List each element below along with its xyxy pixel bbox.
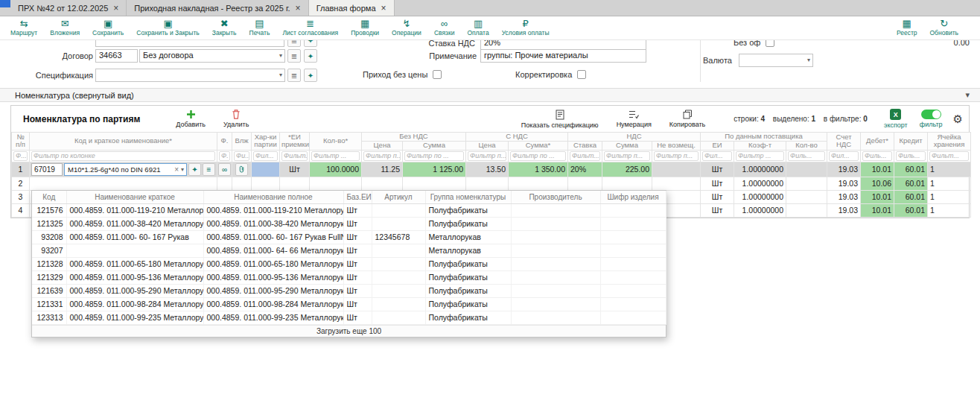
- cell-coef[interactable]: 1.00000000: [734, 190, 786, 203]
- cell-vat_acc[interactable]: 19.03: [827, 190, 861, 203]
- cell-price_vat[interactable]: [466, 177, 509, 190]
- dropdown-col-header-4[interactable]: Артикул: [372, 191, 425, 203]
- cell-sum_no_vat[interactable]: [403, 177, 466, 190]
- operations-button[interactable]: ↯Операции: [392, 18, 421, 37]
- filter-harki[interactable]: Фил...: [253, 151, 278, 161]
- filter-credit[interactable]: Филь...: [896, 151, 926, 161]
- doc-icon-button[interactable]: ≣: [287, 40, 301, 47]
- load-more-button[interactable]: Загрузить еще 100: [32, 325, 666, 337]
- cell-debit[interactable]: 10.01: [861, 203, 894, 217]
- registry-button[interactable]: ▦Реестр: [897, 18, 917, 37]
- col-header-cell[interactable]: Ячейка хранения: [928, 133, 971, 151]
- tab-0[interactable]: ПРХ №42 от 12.02.2025×: [10, 0, 127, 16]
- cell-vat_acc[interactable]: 19.03: [827, 177, 861, 190]
- spec-wand-button[interactable]: ✦: [304, 69, 317, 82]
- col-header-sum_no_vat[interactable]: Сумма: [403, 141, 466, 150]
- cell-num[interactable]: 1: [12, 162, 30, 177]
- cell-harki[interactable]: [252, 177, 280, 190]
- currency-select[interactable]: ▾: [739, 54, 813, 67]
- filter-vat_sum[interactable]: Фильтр п...: [604, 151, 650, 161]
- filter-name[interactable]: Фильтр по колонке: [31, 151, 215, 161]
- filter-vat_acc[interactable]: Фил...: [829, 151, 859, 161]
- contract-wand-button[interactable]: ✦: [304, 49, 317, 63]
- cell-sum_vat[interactable]: [509, 177, 568, 190]
- dropdown-col-header-2[interactable]: Наименование полное: [203, 191, 343, 203]
- cell-sup-ei[interactable]: Шт: [701, 162, 734, 177]
- tab-close-icon[interactable]: ×: [296, 4, 301, 13]
- cell-coef[interactable]: 1.00000000: [734, 177, 786, 190]
- batch-characteristics-cell[interactable]: [252, 162, 280, 177]
- cell-sup_qty[interactable]: [786, 177, 827, 190]
- col-header-num[interactable]: № п/п: [12, 133, 30, 151]
- save-close-button[interactable]: ▣Сохранить и Закрыть: [136, 18, 199, 37]
- item-code-input[interactable]: 67019: [31, 163, 63, 176]
- cell-credit[interactable]: 60.01: [894, 177, 928, 190]
- cell-sum-vat[interactable]: 1 350.00: [509, 162, 568, 177]
- col-header-qty[interactable]: Кол-во*: [310, 133, 362, 151]
- contract-select[interactable]: Без договора ▾: [139, 49, 285, 63]
- col-header-non_refund[interactable]: Не возмещ.: [652, 141, 701, 150]
- cell-credit[interactable]: 60.01: [894, 203, 928, 217]
- filter-sum_no_vat[interactable]: Фильтр по ...: [404, 151, 464, 161]
- cell-sum-no-vat[interactable]: 1 125.00: [403, 162, 466, 177]
- close-button[interactable]: ✖Закрыть: [212, 18, 237, 37]
- dropdown-col-header-6[interactable]: Производитель: [511, 191, 600, 203]
- cell-vlzh[interactable]: [232, 162, 252, 177]
- save-button[interactable]: ▣Сохранить: [92, 18, 124, 37]
- cell-credit[interactable]: 60.01: [894, 190, 928, 203]
- cell-vat-acc[interactable]: 19.03: [827, 162, 861, 177]
- wand-button[interactable]: ✦: [304, 40, 317, 47]
- filter-cell[interactable]: Фильт...: [929, 151, 969, 161]
- col-header-f[interactable]: Ф.: [217, 133, 232, 151]
- dropdown-row[interactable]: 123313000.4859. 011.000-99-235 Металлору…: [32, 311, 666, 324]
- col-header-sup_qty[interactable]: Кол-во: [786, 141, 827, 150]
- filter-sup_qty[interactable]: Филь...: [788, 151, 825, 161]
- dropdown-row[interactable]: 93207000.4859. 011.000- 64- 66 Металлору…: [32, 244, 666, 257]
- cell-f[interactable]: [217, 177, 232, 190]
- col-header-ei[interactable]: *ЕИ приемки: [280, 133, 310, 151]
- cell-vlzh[interactable]: [232, 177, 252, 190]
- cell-storage[interactable]: 1: [928, 162, 971, 177]
- cell-non_refund[interactable]: [652, 177, 701, 190]
- filter-toggle[interactable]: фильтр: [920, 110, 943, 128]
- cell-coef[interactable]: 1.00000000: [734, 203, 786, 217]
- cell-debit[interactable]: 10.01: [861, 162, 894, 177]
- contract-code-input[interactable]: 34663: [95, 49, 138, 63]
- no-price-checkbox[interactable]: [433, 70, 442, 79]
- grid-row[interactable]: 2Шт1.0000000019.0310.0660.011: [12, 177, 971, 190]
- print-button[interactable]: ▤Печать: [249, 18, 270, 37]
- col-header-credit[interactable]: Кредит: [894, 133, 928, 151]
- dropdown-row[interactable]: 121328000.4859. 011.000-65-180 Металлору…: [32, 257, 666, 270]
- dropdown-arrow-icon[interactable]: ▾: [181, 166, 184, 173]
- wand-button[interactable]: ✦: [188, 163, 201, 176]
- dropdown-row[interactable]: 121639000.4859. 011.000-95-290 Металлору…: [32, 284, 666, 297]
- nomenclature-section-header[interactable]: Номенклатура (свернутый вид) ▾: [0, 88, 980, 102]
- dropdown-row[interactable]: 121331000.4859. 011.000-98-284 Металлору…: [32, 297, 666, 311]
- toggle-on-icon[interactable]: [921, 110, 941, 119]
- dropdown-col-header-3[interactable]: Баз.ЕИ: [343, 191, 372, 203]
- dropdown-row[interactable]: 121576000.4859. 011.000-119-210 Металлор…: [32, 203, 666, 217]
- numbering-button[interactable]: Нумерация: [617, 110, 652, 128]
- cell-cell[interactable]: 1: [928, 177, 971, 190]
- cell-ei[interactable]: [280, 177, 310, 190]
- cell-vat_acc[interactable]: 19.03: [827, 203, 861, 217]
- payment-button[interactable]: ▥Оплата: [467, 18, 489, 37]
- cell-num[interactable]: 4: [12, 203, 30, 217]
- cell-vat_sum[interactable]: [602, 177, 652, 190]
- dropdown-col-header-0[interactable]: Код: [32, 191, 66, 203]
- spec-select[interactable]: ▾: [95, 69, 285, 82]
- cell-sup_ei[interactable]: Шт: [701, 177, 734, 190]
- tab-close-icon[interactable]: ×: [113, 4, 118, 13]
- cell-cell[interactable]: 1: [928, 190, 971, 203]
- dropdown-row[interactable]: 121325000.4859. 011.000-38-420 Металлору…: [32, 217, 666, 230]
- show-spec-button[interactable]: Показать спецификацию: [521, 110, 599, 129]
- grid-row-selected[interactable]: 1 67019 M10*1.25-6g*40 по DIN 6921 × ▾ ✦…: [12, 162, 971, 177]
- cell-price-vat[interactable]: 13.50: [466, 162, 509, 177]
- top-cut-field[interactable]: [95, 40, 284, 47]
- cell-sup_ei[interactable]: Шт: [701, 203, 734, 217]
- col-header-name[interactable]: Код и краткое наименование*: [30, 133, 217, 151]
- cell-price-no-vat[interactable]: 11.25: [362, 162, 403, 177]
- filter-price_no_vat[interactable]: Фильтр п...: [363, 151, 401, 161]
- cell-rate[interactable]: 20%: [568, 162, 602, 177]
- cell-num[interactable]: 3: [12, 190, 30, 203]
